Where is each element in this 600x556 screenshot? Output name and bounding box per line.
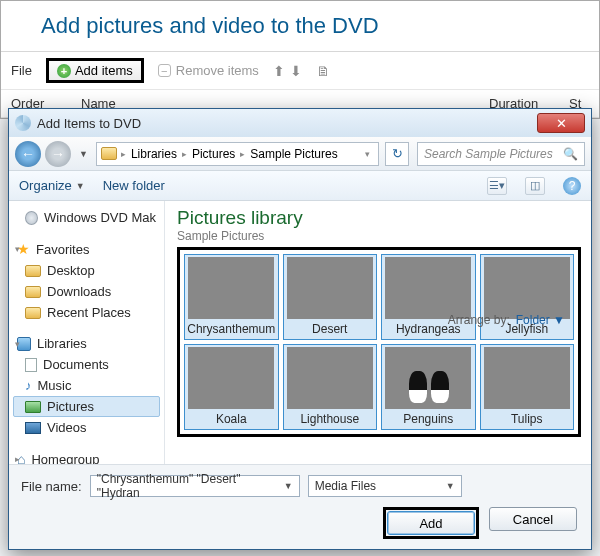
dialog-bottom: File name: "Chrysanthemum" "Desert" "Hyd… bbox=[9, 464, 591, 549]
file-pane: Pictures library Sample Pictures Chrysan… bbox=[165, 201, 591, 464]
thumbnail-image bbox=[188, 257, 274, 319]
add-items-button[interactable]: + Add items bbox=[46, 58, 144, 83]
search-icon: 🔍 bbox=[563, 147, 578, 161]
view-options-button[interactable]: ☰▾ bbox=[487, 177, 507, 195]
chevron-right-icon[interactable]: ▸ bbox=[15, 454, 20, 464]
dvd-icon bbox=[15, 115, 31, 131]
thumb-jellyfish[interactable]: Jellyfish bbox=[480, 254, 575, 340]
thumbnail-image bbox=[484, 257, 570, 319]
thumbnail-image bbox=[287, 347, 373, 409]
refresh-button[interactable]: ↻ bbox=[385, 142, 409, 166]
cancel-button[interactable]: Cancel bbox=[489, 507, 577, 531]
arrow-down-icon[interactable]: ⬇ bbox=[290, 63, 302, 79]
chevron-down-icon[interactable]: ▾ bbox=[15, 339, 20, 349]
folder-icon bbox=[101, 147, 117, 160]
add-button[interactable]: Add bbox=[387, 511, 475, 535]
thumbnail-image bbox=[188, 347, 274, 409]
arrange-by: Arrange by: Folder ▼ bbox=[448, 313, 565, 327]
sidebar-libraries[interactable]: ▾Libraries bbox=[13, 333, 160, 354]
thumbnail-label: Penguins bbox=[384, 409, 473, 427]
thumb-koala[interactable]: Koala bbox=[184, 344, 279, 430]
help-button[interactable]: ? bbox=[563, 177, 581, 195]
thumb-desert[interactable]: Desert bbox=[283, 254, 378, 340]
sidebar: Windows DVD Mak ▾★Favorites Desktop Down… bbox=[9, 201, 165, 464]
sidebar-favorites[interactable]: ▾★Favorites bbox=[13, 238, 160, 260]
folder-icon bbox=[25, 286, 41, 298]
address-bar[interactable]: ▸ Libraries ▸ Pictures ▸ Sample Pictures… bbox=[96, 142, 379, 166]
music-icon: ♪ bbox=[25, 378, 32, 393]
sidebar-recent[interactable]: Recent Places bbox=[13, 302, 160, 323]
sidebar-music[interactable]: ♪Music bbox=[13, 375, 160, 396]
sidebar-homegroup[interactable]: ▸⌂Homegroup bbox=[13, 448, 160, 464]
thumbnail-label: Lighthouse bbox=[286, 409, 375, 427]
thumbnail-image bbox=[385, 347, 471, 409]
plus-icon: + bbox=[57, 64, 71, 78]
thumbnail-label: Desert bbox=[286, 319, 375, 337]
reorder-arrows: ⬆ ⬇ bbox=[273, 63, 302, 79]
library-subtitle: Sample Pictures bbox=[177, 229, 581, 243]
new-folder-button[interactable]: New folder bbox=[103, 178, 165, 193]
crumb-pictures[interactable]: Pictures bbox=[189, 147, 238, 161]
file-menu[interactable]: File bbox=[11, 63, 32, 78]
search-input[interactable]: Search Sample Pictures 🔍 bbox=[417, 142, 585, 166]
preview-pane-button[interactable]: ◫ bbox=[525, 177, 545, 195]
thumbnail-label: Koala bbox=[187, 409, 276, 427]
thumbnail-image bbox=[484, 347, 570, 409]
back-button[interactable]: ← bbox=[15, 141, 41, 167]
disc-icon bbox=[25, 211, 38, 225]
crumb-sample[interactable]: Sample Pictures bbox=[247, 147, 340, 161]
chevron-down-icon: ▼ bbox=[446, 481, 455, 491]
history-dropdown[interactable]: ▼ bbox=[75, 149, 92, 159]
thumbnail-label: Chrysanthemum bbox=[187, 319, 276, 337]
sidebar-videos[interactable]: Videos bbox=[13, 417, 160, 438]
thumbnail-image bbox=[385, 257, 471, 319]
folder-icon bbox=[25, 265, 41, 277]
library-title: Pictures library bbox=[177, 207, 581, 229]
pictures-icon bbox=[25, 401, 41, 413]
chevron-down-icon[interactable]: ▾ bbox=[15, 244, 20, 254]
sidebar-dvdmaker[interactable]: Windows DVD Mak bbox=[13, 207, 160, 228]
organize-menu[interactable]: Organize ▼ bbox=[19, 178, 85, 193]
add-items-dialog: Add Items to DVD ✕ ← → ▼ ▸ Libraries ▸ P… bbox=[8, 108, 592, 550]
sidebar-documents[interactable]: Documents bbox=[13, 354, 160, 375]
thumb-penguins[interactable]: Penguins bbox=[381, 344, 476, 430]
parent-toolbar: File + Add items − Remove items ⬆ ⬇ 🗎 bbox=[1, 52, 599, 90]
sidebar-pictures[interactable]: Pictures bbox=[13, 396, 160, 417]
parent-window: Add pictures and video to the DVD File +… bbox=[0, 0, 600, 119]
sidebar-desktop[interactable]: Desktop bbox=[13, 260, 160, 281]
minus-icon: − bbox=[158, 64, 171, 77]
thumbnail-grid: ChrysanthemumDesertHydrangeasJellyfishKo… bbox=[177, 247, 581, 437]
thumb-tulips[interactable]: Tulips bbox=[480, 344, 575, 430]
crumb-libraries[interactable]: Libraries bbox=[128, 147, 180, 161]
dialog-title: Add Items to DVD bbox=[37, 116, 141, 131]
filename-label: File name: bbox=[21, 479, 82, 494]
arrow-up-icon[interactable]: ⬆ bbox=[273, 63, 285, 79]
thumbnail-label: Tulips bbox=[483, 409, 572, 427]
remove-items-button: − Remove items bbox=[158, 63, 259, 78]
thumbnail-image bbox=[287, 257, 373, 319]
toolbar: Organize ▼ New folder ☰▾ ◫ ? bbox=[9, 171, 591, 201]
chevron-down-icon: ▼ bbox=[284, 481, 293, 491]
thumb-chrysanthemum[interactable]: Chrysanthemum bbox=[184, 254, 279, 340]
videos-icon bbox=[25, 422, 41, 434]
thumb-lighthouse[interactable]: Lighthouse bbox=[283, 344, 378, 430]
add-button-highlight: Add bbox=[383, 507, 479, 539]
dialog-titlebar[interactable]: Add Items to DVD ✕ bbox=[9, 109, 591, 137]
parent-title: Add pictures and video to the DVD bbox=[1, 1, 599, 52]
sidebar-downloads[interactable]: Downloads bbox=[13, 281, 160, 302]
thumb-hydrangeas[interactable]: Hydrangeas bbox=[381, 254, 476, 340]
folder-icon bbox=[25, 307, 41, 319]
filename-combo[interactable]: "Chrysanthemum" "Desert" "Hydran ▼ bbox=[90, 475, 300, 497]
forward-button[interactable]: → bbox=[45, 141, 71, 167]
arrange-by-dropdown[interactable]: Folder ▼ bbox=[516, 313, 565, 327]
nav-row: ← → ▼ ▸ Libraries ▸ Pictures ▸ Sample Pi… bbox=[9, 137, 591, 171]
close-button[interactable]: ✕ bbox=[537, 113, 585, 133]
filetype-combo[interactable]: Media Files ▼ bbox=[308, 475, 462, 497]
document-icon bbox=[25, 358, 37, 372]
document-icon[interactable]: 🗎 bbox=[316, 63, 330, 79]
